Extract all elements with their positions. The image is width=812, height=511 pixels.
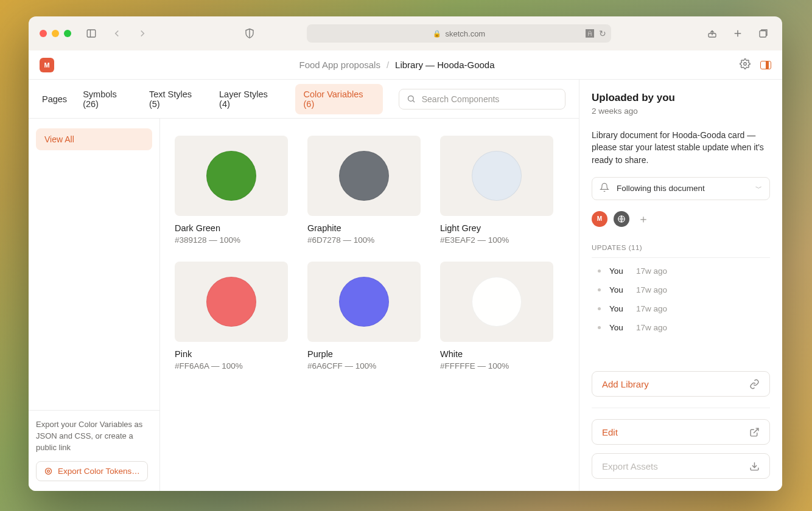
color-swatch-card[interactable]: Pink#FF6A6A — 100% <box>175 262 288 370</box>
update-time: 17w ago <box>636 304 667 313</box>
search-field[interactable] <box>399 89 565 109</box>
update-row[interactable]: You17w ago <box>592 299 770 318</box>
lock-icon: 🔒 <box>433 30 441 38</box>
export-assets-button[interactable]: Export Assets <box>592 453 770 479</box>
update-time: 17w ago <box>636 266 667 276</box>
reload-icon[interactable]: ↻ <box>599 29 606 38</box>
panel-subtitle: 2 weeks ago <box>592 106 770 116</box>
search-input[interactable] <box>422 94 558 104</box>
swatch-hex: #FFFFFE — 100% <box>440 361 553 370</box>
swatch-hex: #E3EAF2 — 100% <box>440 235 553 245</box>
export-tokens-button[interactable]: Export Color Tokens… <box>36 461 148 481</box>
breadcrumb: Food App proposals / Library — Hooda-Goo… <box>299 60 494 70</box>
breadcrumb-separator: / <box>387 60 389 70</box>
breadcrumb-page[interactable]: Library — Hooda-Gooda <box>395 60 494 70</box>
link-icon <box>749 379 760 389</box>
browser-window: 🔒 sketch.com 🅰 ↻ M Food App proposals <box>29 16 782 491</box>
swatch-circle <box>206 277 256 327</box>
swatch-preview <box>307 262 421 342</box>
swatch-name: White <box>440 349 553 359</box>
tab-pages[interactable]: Pages <box>42 89 67 109</box>
update-row[interactable]: You17w ago <box>592 318 770 337</box>
target-icon <box>44 467 53 476</box>
tab-overview-icon[interactable] <box>755 26 771 41</box>
updates-heading: UPDATES (11) <box>592 244 770 251</box>
update-dot-icon <box>598 269 601 273</box>
right-panel-toggle-icon[interactable] <box>760 61 771 69</box>
translate-icon[interactable]: 🅰 <box>586 29 594 38</box>
sidebar-view-all[interactable]: View All <box>36 128 152 150</box>
panel-title: Uploaded by you <box>592 92 770 104</box>
update-author: You <box>609 323 628 332</box>
swatch-circle <box>472 277 522 327</box>
svg-point-8 <box>408 96 413 102</box>
swatch-circle <box>339 277 389 327</box>
external-link-icon <box>749 427 760 437</box>
window-close-button[interactable] <box>40 30 47 37</box>
tab-color-variables[interactable]: Color Variables (6) <box>295 84 383 114</box>
export-tokens-label: Export Color Tokens… <box>58 467 140 476</box>
breadcrumb-project[interactable]: Food App proposals <box>299 60 380 70</box>
settings-icon[interactable] <box>740 58 751 72</box>
tab-symbols[interactable]: Symbols (26) <box>83 84 133 114</box>
swatch-preview <box>440 262 553 342</box>
update-dot-icon <box>598 307 601 310</box>
tab-layer-styles[interactable]: Layer Styles (4) <box>219 84 279 114</box>
swatch-preview <box>175 136 288 216</box>
update-time: 17w ago <box>636 285 667 294</box>
update-author: You <box>609 304 628 313</box>
share-icon[interactable] <box>704 26 720 41</box>
swatch-hex: #6D7278 — 100% <box>307 235 421 245</box>
swatch-name: Dark Green <box>175 223 288 233</box>
download-icon <box>749 461 760 471</box>
color-swatch-card[interactable]: Light Grey#E3EAF2 — 100% <box>440 136 553 245</box>
update-author: You <box>609 285 628 294</box>
update-row[interactable]: You17w ago <box>592 280 770 299</box>
add-share-target-button[interactable]: ＋ <box>635 211 651 227</box>
window-zoom-button[interactable] <box>64 30 71 37</box>
details-panel: Uploaded by you 2 weeks ago Library docu… <box>579 80 782 491</box>
add-library-button[interactable]: Add Library <box>592 371 770 397</box>
color-swatch-card[interactable]: Graphite#6D7278 — 100% <box>307 136 421 245</box>
new-tab-icon[interactable] <box>730 26 746 41</box>
nav-back-button[interactable] <box>109 26 125 41</box>
update-dot-icon <box>598 288 601 291</box>
swatch-circle <box>472 151 522 201</box>
chevron-down-icon: ﹀ <box>755 184 762 193</box>
color-swatch-card[interactable]: White#FFFFFE — 100% <box>440 262 553 370</box>
edit-label: Edit <box>602 427 618 437</box>
swatch-preview <box>440 136 553 216</box>
svg-point-10 <box>46 468 52 474</box>
update-row[interactable]: You17w ago <box>592 262 770 280</box>
svg-line-9 <box>413 100 415 102</box>
panel-description: Library document for Hooda-Gooda card — … <box>592 129 770 166</box>
workspace-badge[interactable]: M <box>40 58 54 72</box>
color-swatch-card[interactable]: Purple#6A6CFF — 100% <box>307 262 421 370</box>
swatch-circle <box>339 151 389 201</box>
bell-icon <box>600 182 609 194</box>
follow-label: Following this document <box>617 184 705 193</box>
privacy-shield-icon[interactable] <box>242 26 257 41</box>
swatch-hex: #389128 — 100% <box>175 235 288 245</box>
url-bar[interactable]: 🔒 sketch.com 🅰 ↻ <box>307 24 611 43</box>
workspace-avatar[interactable]: M <box>592 211 607 227</box>
follow-document-row[interactable]: Following this document ﹀ <box>592 177 770 200</box>
swatch-circle <box>206 151 256 201</box>
nav-forward-button[interactable] <box>135 26 150 41</box>
swatch-hex: #FF6A6A — 100% <box>175 361 288 370</box>
public-link-icon[interactable] <box>614 211 629 227</box>
svg-point-7 <box>744 62 747 65</box>
tab-text-styles[interactable]: Text Styles (5) <box>149 84 203 114</box>
sidebar-toggle-icon[interactable] <box>83 26 99 41</box>
swatch-name: Graphite <box>307 223 421 233</box>
updates-list: You17w agoYou17w agoYou17w agoYou17w ago <box>592 257 770 337</box>
edit-button[interactable]: Edit <box>592 419 770 445</box>
traffic-lights <box>40 30 71 37</box>
window-minimize-button[interactable] <box>52 30 59 37</box>
color-swatch-card[interactable]: Dark Green#389128 — 100% <box>175 136 288 245</box>
library-tabs: Pages Symbols (26) Text Styles (5) Layer… <box>29 80 579 119</box>
browser-chrome-bar: 🔒 sketch.com 🅰 ↻ <box>29 16 782 50</box>
swatch-hex: #6A6CFF — 100% <box>307 361 421 370</box>
add-library-label: Add Library <box>602 379 649 389</box>
left-sidebar: View All Export your Color Variables as … <box>29 119 160 491</box>
